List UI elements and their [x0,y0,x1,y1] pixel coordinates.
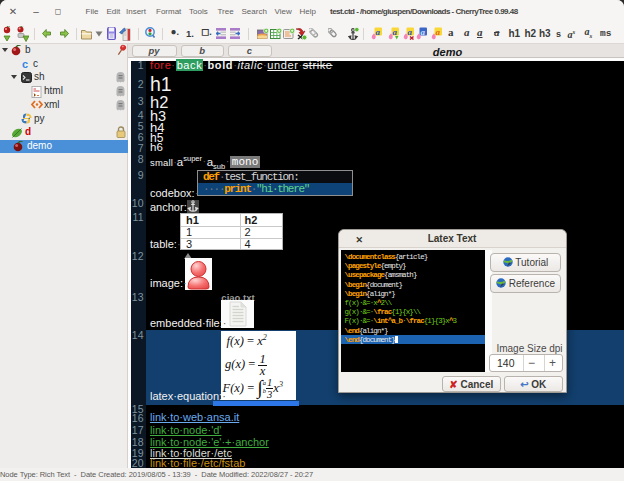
svg-text:a: a [435,27,440,37]
svg-text:a: a [408,27,413,37]
svg-text:a: a [375,27,380,37]
svg-text:a: a [420,27,425,37]
svg-text:a: a [392,27,397,37]
